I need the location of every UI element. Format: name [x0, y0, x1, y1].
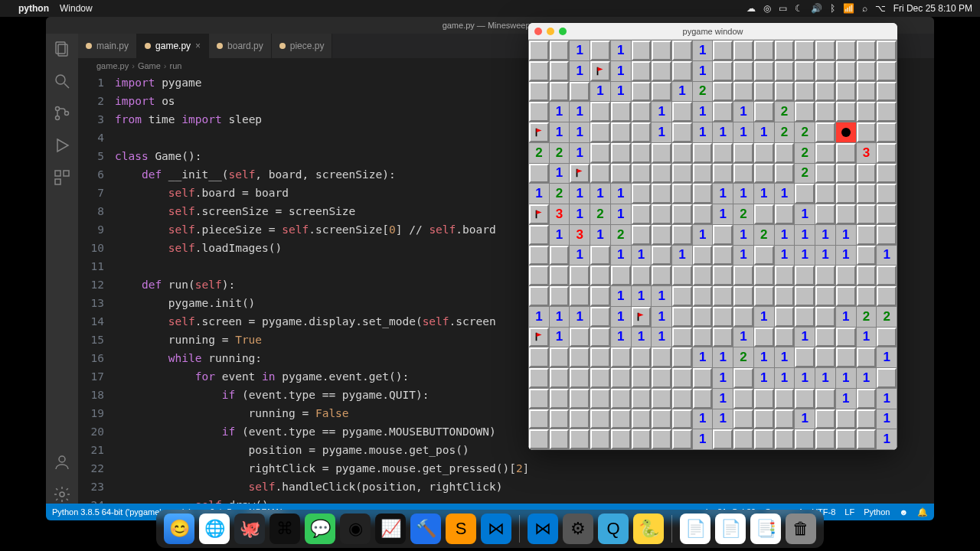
board-cell[interactable]	[529, 389, 549, 409]
board-cell[interactable]	[550, 61, 570, 81]
board-cell[interactable]	[775, 266, 795, 285]
board-cell[interactable]	[529, 164, 549, 184]
board-cell[interactable]	[713, 225, 733, 245]
board-cell[interactable]	[652, 61, 671, 81]
board-cell[interactable]: 1	[877, 347, 897, 367]
board-cell[interactable]	[815, 102, 835, 122]
board-cell[interactable]	[795, 102, 815, 122]
board-cell[interactable]: 1	[733, 122, 753, 142]
board-cell[interactable]	[570, 266, 590, 285]
close-icon[interactable]: ×	[195, 41, 201, 51]
board-cell[interactable]: 1	[713, 122, 733, 142]
search-icon[interactable]: ⌕	[862, 3, 867, 14]
tab-main[interactable]: main.py	[78, 34, 137, 58]
board-cell[interactable]: 1	[775, 246, 795, 266]
board-cell[interactable]: 1	[877, 246, 897, 266]
board-cell[interactable]	[550, 429, 570, 449]
board-cell[interactable]: 1	[570, 41, 590, 60]
board-cell[interactable]	[590, 143, 610, 163]
board-cell[interactable]: 1	[713, 409, 733, 429]
maximize-icon[interactable]	[559, 28, 567, 35]
board-cell[interactable]	[693, 286, 713, 306]
board-cell[interactable]	[754, 328, 774, 347]
board-cell[interactable]	[632, 61, 652, 81]
board-cell[interactable]	[733, 286, 753, 306]
board-cell[interactable]	[733, 389, 753, 409]
board-cell[interactable]: 1	[693, 61, 713, 81]
board-cell[interactable]	[775, 143, 795, 163]
board-cell[interactable]: 1	[754, 307, 774, 327]
board-cell[interactable]	[733, 41, 753, 60]
board-cell[interactable]	[815, 41, 835, 60]
board-cell[interactable]: 1	[836, 368, 856, 388]
board-cell[interactable]: 1	[611, 82, 631, 102]
board-cell[interactable]	[877, 41, 897, 60]
board-cell[interactable]: 2	[733, 347, 753, 367]
board-cell[interactable]	[672, 286, 692, 306]
board-cell[interactable]: 1	[795, 225, 815, 245]
board-cell[interactable]: 1	[693, 347, 713, 367]
board-cell[interactable]	[877, 204, 897, 224]
board-cell[interactable]: 1	[611, 204, 631, 224]
board-cell[interactable]: 1	[611, 307, 631, 327]
board-cell[interactable]	[550, 266, 570, 285]
board-cell[interactable]: 1	[836, 225, 856, 245]
board-cell[interactable]	[713, 286, 733, 306]
source-control-icon[interactable]	[53, 104, 71, 122]
dock-vscode-2[interactable]: ⋈	[528, 514, 558, 544]
board-cell[interactable]: 3	[570, 225, 590, 245]
menubar-app[interactable]: python	[18, 3, 49, 14]
flag-cell[interactable]	[632, 307, 652, 327]
board-cell[interactable]: 1	[550, 225, 570, 245]
board-cell[interactable]	[775, 164, 795, 184]
board-cell[interactable]	[815, 61, 835, 81]
dock-doc[interactable]: 📄	[680, 514, 710, 544]
board-cell[interactable]	[877, 225, 897, 245]
board-cell[interactable]: 1	[529, 184, 549, 204]
board-cell[interactable]: 1	[754, 347, 774, 367]
board-cell[interactable]: 2	[775, 122, 795, 142]
board-cell[interactable]	[529, 41, 549, 60]
board-cell[interactable]: 1	[795, 246, 815, 266]
board-cell[interactable]: 1	[877, 389, 897, 409]
board-cell[interactable]	[754, 102, 774, 122]
board-cell[interactable]	[632, 122, 652, 142]
menubar-window[interactable]: Window	[60, 3, 93, 14]
board-cell[interactable]	[570, 347, 590, 367]
board-cell[interactable]	[857, 164, 877, 184]
board-cell[interactable]	[815, 389, 835, 409]
board-cell[interactable]	[590, 347, 610, 367]
board-cell[interactable]	[652, 347, 671, 367]
board-cell[interactable]	[815, 204, 835, 224]
board-cell[interactable]	[693, 328, 713, 347]
board-cell[interactable]	[857, 184, 877, 204]
board-cell[interactable]: 1	[611, 184, 631, 204]
dock-sublime[interactable]: S	[446, 514, 476, 544]
board-cell[interactable]: 1	[795, 328, 815, 347]
board-cell[interactable]	[590, 266, 610, 285]
board-cell[interactable]: 2	[795, 164, 815, 184]
board-cell[interactable]: 1	[529, 307, 549, 327]
board-cell[interactable]	[632, 429, 652, 449]
board-cell[interactable]	[754, 286, 774, 306]
board-cell[interactable]: 1	[754, 368, 774, 388]
board-cell[interactable]: 1	[550, 328, 570, 347]
board-cell[interactable]	[693, 266, 713, 285]
board-cell[interactable]	[652, 184, 671, 204]
board-cell[interactable]	[795, 389, 815, 409]
board-cell[interactable]	[611, 143, 631, 163]
board-cell[interactable]	[775, 409, 795, 429]
board-cell[interactable]	[815, 307, 835, 327]
board-cell[interactable]	[693, 307, 713, 327]
board-cell[interactable]	[857, 204, 877, 224]
board-cell[interactable]: 1	[815, 225, 835, 245]
tab-board[interactable]: board.py	[209, 34, 272, 58]
search-icon[interactable]	[53, 72, 71, 90]
board-cell[interactable]	[815, 347, 835, 367]
board-cell[interactable]: 1	[693, 409, 713, 429]
board-cell[interactable]	[611, 389, 631, 409]
board-cell[interactable]	[672, 409, 692, 429]
board-cell[interactable]: 1	[632, 328, 652, 347]
close-icon[interactable]	[534, 28, 542, 35]
board-cell[interactable]	[877, 184, 897, 204]
